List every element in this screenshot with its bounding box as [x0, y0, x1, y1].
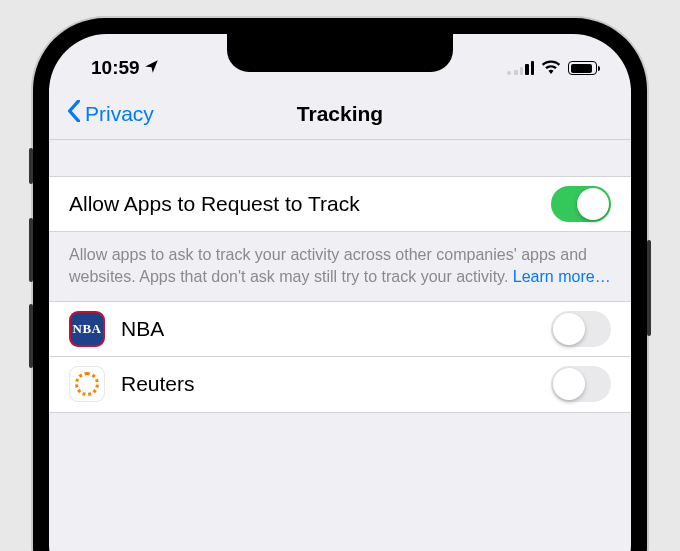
app-name: Reuters	[121, 372, 551, 396]
allow-request-switch[interactable]	[551, 186, 611, 222]
side-button-volume-down	[29, 304, 33, 368]
wifi-icon	[541, 57, 561, 79]
chevron-left-icon	[67, 100, 81, 127]
reuters-app-icon	[69, 366, 105, 402]
back-button-label: Privacy	[85, 102, 154, 126]
side-button-mute	[29, 148, 33, 184]
footer-body: Allow apps to ask to track your activity…	[69, 246, 587, 285]
nav-bar: Privacy Tracking	[49, 88, 631, 140]
allow-request-label: Allow Apps to Request to Track	[69, 192, 551, 216]
side-button-volume-up	[29, 218, 33, 282]
app-name: NBA	[121, 317, 551, 341]
back-button[interactable]: Privacy	[67, 100, 154, 127]
location-arrow-icon	[144, 57, 159, 79]
notch	[227, 34, 453, 72]
learn-more-link[interactable]: Learn more…	[513, 268, 611, 285]
cellular-signal-icon	[507, 61, 534, 75]
allow-request-footer: Allow apps to ask to track your activity…	[49, 232, 631, 301]
app-switch-reuters[interactable]	[551, 366, 611, 402]
allow-request-row[interactable]: Allow Apps to Request to Track	[49, 176, 631, 232]
phone-frame: 10:59	[33, 18, 647, 551]
screen: 10:59	[49, 34, 631, 551]
status-time: 10:59	[91, 57, 140, 79]
side-button-power	[647, 240, 651, 336]
app-row-nba[interactable]: NBA NBA	[49, 301, 631, 357]
battery-icon	[568, 61, 597, 75]
app-row-reuters[interactable]: Reuters	[49, 357, 631, 413]
nba-app-icon: NBA	[69, 311, 105, 347]
app-switch-nba[interactable]	[551, 311, 611, 347]
